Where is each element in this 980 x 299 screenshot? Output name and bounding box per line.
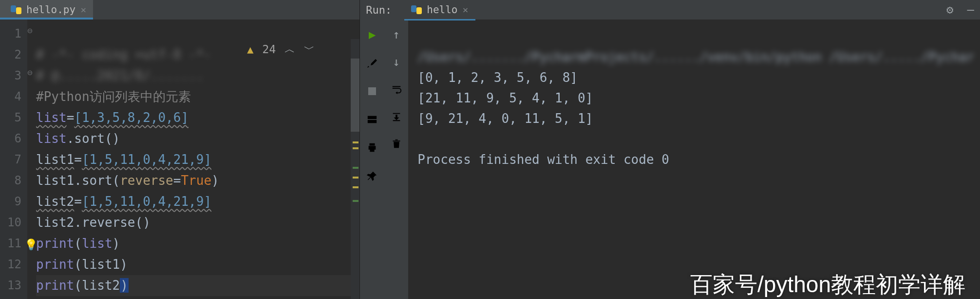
console-line: Process finished with exit code 0 xyxy=(417,152,669,167)
code-line: # -*- coding =utf-8 -*- xyxy=(36,47,211,62)
code-line: list.sort() xyxy=(36,131,120,146)
inspection-widget[interactable]: ▲ 24 ︿ ﹀ xyxy=(247,42,315,57)
console-line: /Users/......./PycharmProjects/....../ve… xyxy=(417,50,974,64)
warning-marker[interactable] xyxy=(353,177,358,179)
code-line: list=[1,3,5,8,2,0,6] xyxy=(36,110,188,125)
warning-marker[interactable] xyxy=(353,186,358,188)
warning-marker[interactable] xyxy=(353,147,358,149)
line-number: 10 xyxy=(0,212,21,233)
error-stripe[interactable] xyxy=(351,39,359,299)
soft-wrap-icon[interactable] xyxy=(389,82,404,97)
ok-marker[interactable] xyxy=(353,200,358,202)
code-area[interactable]: # -*- coding =utf-8 -*- # @.....2021/8/.… xyxy=(27,20,359,299)
svg-rect-1 xyxy=(368,120,377,123)
editor-body[interactable]: 1 2 3 4 5 6 7 8 9 10 11 12 13 ⊖ ⊖ # -*- … xyxy=(0,20,359,299)
run-header: Run: hello × ⚙ — xyxy=(360,0,980,20)
run-title: Run: xyxy=(366,4,392,16)
up-stack-icon[interactable]: ↑ xyxy=(389,27,404,42)
line-number: 6 xyxy=(0,128,21,149)
code-line: list2=[1,5,11,0,4,21,9] xyxy=(36,194,211,209)
line-number: 7 xyxy=(0,149,21,170)
console-line: [21, 11, 9, 5, 4, 1, 0] xyxy=(417,91,593,105)
run-tab-label: hello xyxy=(427,4,457,16)
close-icon[interactable]: × xyxy=(80,4,86,16)
line-number: 13 xyxy=(0,275,21,296)
run-tab-hello[interactable]: hello × xyxy=(404,2,475,18)
editor-pane: hello.py × 1 2 3 4 5 6 7 8 9 10 11 12 13 xyxy=(0,0,360,299)
run-panel: Run: hello × ⚙ — ▶ ↑ xyxy=(360,0,980,299)
intention-bulb-icon[interactable]: 💡 xyxy=(24,234,38,255)
close-icon[interactable]: × xyxy=(463,4,469,16)
line-number: 8 xyxy=(0,170,21,191)
line-number: 4 xyxy=(0,86,21,107)
gear-icon[interactable]: ⚙ xyxy=(946,3,953,17)
editor-tab-label: hello.py xyxy=(26,4,75,16)
run-toolbar-left: ▶ xyxy=(360,20,384,299)
ok-marker[interactable] xyxy=(353,167,358,169)
line-number: 9 xyxy=(0,191,21,212)
line-gutter: 1 2 3 4 5 6 7 8 9 10 11 12 13 xyxy=(0,20,27,299)
pin-icon[interactable] xyxy=(365,169,379,183)
warning-count: 24 xyxy=(263,43,276,56)
print-icon[interactable] xyxy=(365,140,379,155)
console-output[interactable]: /Users/......./PycharmProjects/....../ve… xyxy=(409,20,980,299)
code-line: list1.sort(reverse=True) xyxy=(36,173,219,188)
down-stack-icon[interactable]: ↓ xyxy=(389,55,404,69)
code-line: list2.reverse() xyxy=(36,215,151,230)
code-line: print(list1) xyxy=(36,257,128,272)
editor-tab-hello-py[interactable]: hello.py × xyxy=(0,0,93,20)
wrench-icon[interactable] xyxy=(365,56,379,70)
editor-tabstrip: hello.py × xyxy=(0,0,359,20)
warning-marker[interactable] xyxy=(353,141,358,143)
python-file-icon xyxy=(11,4,21,15)
scrollbar-thumb[interactable] xyxy=(351,59,359,132)
minimize-icon[interactable]: — xyxy=(967,3,974,17)
console-line: [9, 21, 4, 0, 11, 5, 1] xyxy=(417,111,593,126)
line-number: 2 xyxy=(0,44,21,65)
trash-icon[interactable] xyxy=(389,137,404,151)
stop-button[interactable] xyxy=(365,84,379,99)
layout-icon[interactable] xyxy=(365,112,379,127)
rerun-button[interactable]: ▶ xyxy=(365,27,379,42)
python-file-icon xyxy=(411,4,422,15)
code-line: print(list) xyxy=(36,236,120,251)
warning-icon: ▲ xyxy=(247,43,253,56)
line-number: 11 xyxy=(0,233,21,254)
run-toolbar-secondary: ↑ ↓ xyxy=(384,20,409,299)
scroll-to-end-icon[interactable] xyxy=(389,109,404,124)
code-line: #Python访问列表中的元素 xyxy=(36,89,191,104)
code-line: list1=[1,5,11,0,4,21,9] xyxy=(36,152,211,167)
svg-rect-0 xyxy=(368,116,377,119)
prev-highlight-button[interactable]: ︿ xyxy=(284,42,295,57)
console-line: [0, 1, 2, 3, 5, 6, 8] xyxy=(417,70,578,85)
line-number: 3 xyxy=(0,65,21,86)
line-number: 5 xyxy=(0,107,21,128)
code-line-active: print(list2) xyxy=(36,275,359,296)
code-line: # @.....2021/8/....... xyxy=(36,68,204,83)
line-number: 1 xyxy=(0,23,21,44)
next-highlight-button[interactable]: ﹀ xyxy=(304,42,315,57)
line-number: 12 xyxy=(0,254,21,275)
